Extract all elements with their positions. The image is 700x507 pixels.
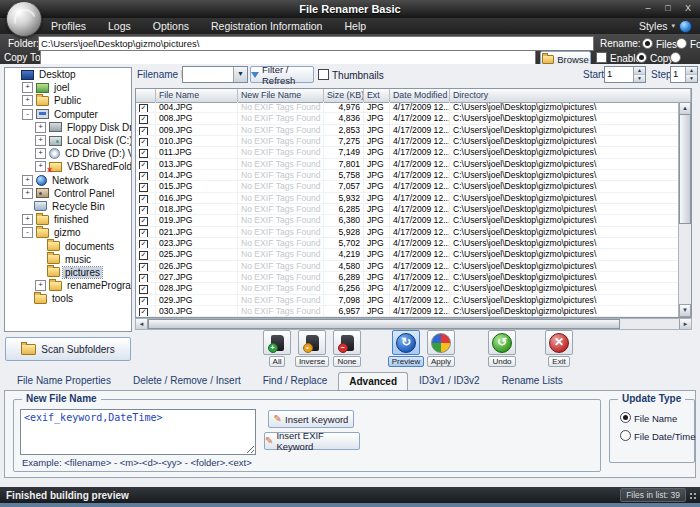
collapse-icon[interactable]: - xyxy=(22,109,33,120)
checked-checkbox-icon[interactable]: ✓ xyxy=(139,297,148,305)
checked-checkbox-icon[interactable]: ✓ xyxy=(139,229,148,237)
checked-checkbox-icon[interactable]: ✓ xyxy=(139,172,148,180)
column-header-ext[interactable]: Ext xyxy=(364,89,390,102)
checked-checkbox-icon[interactable]: ✓ xyxy=(139,183,148,191)
checked-checkbox-icon[interactable]: ✓ xyxy=(139,240,148,248)
tree-item-gizmo[interactable]: -gizmo xyxy=(5,226,131,239)
checked-checkbox-icon[interactable]: ✓ xyxy=(139,308,148,316)
insert-keyword-button[interactable]: ✎Insert Keyword xyxy=(268,410,354,428)
styles-menu[interactable]: Styles ▾ xyxy=(639,20,700,33)
table-row[interactable]: ✓019.JPGNo EXIF Tags Found6,380JPG4/17/2… xyxy=(136,215,679,226)
tab-advanced[interactable]: Advanced xyxy=(338,372,408,391)
checked-checkbox-icon[interactable]: ✓ xyxy=(139,149,148,157)
checked-checkbox-icon[interactable]: ✓ xyxy=(139,217,148,225)
update-type-file-date-radio[interactable]: File Date/Time xyxy=(620,430,695,442)
insert-exif-keyword-button[interactable]: ✎Insert EXIF Keyword xyxy=(264,432,360,450)
scrollbar-thumb[interactable] xyxy=(679,114,691,224)
row-checkbox[interactable]: ✓ xyxy=(136,102,156,112)
spin-up-icon[interactable]: ▲ xyxy=(686,67,697,75)
menu-item-registration-information[interactable]: Registration Information xyxy=(200,20,333,32)
table-row[interactable]: ✓008.JPGNo EXIF Tags Found4,836JPG4/17/2… xyxy=(136,113,679,124)
expand-icon[interactable]: + xyxy=(35,280,46,291)
column-header-check[interactable] xyxy=(136,89,156,102)
tab-rename-lists[interactable]: Rename Lists xyxy=(491,371,574,390)
collapse-icon[interactable]: - xyxy=(22,227,33,238)
step-stepper[interactable]: 1 ▲▼ xyxy=(670,66,698,83)
thumbnails-checkbox[interactable]: Thumbnails xyxy=(318,69,384,81)
checked-checkbox-icon[interactable]: ✓ xyxy=(139,104,148,112)
table-row[interactable]: ✓026.JPGNo EXIF Tags Found4,580JPG4/17/2… xyxy=(136,261,679,272)
tree-item-joel[interactable]: +joel xyxy=(5,81,131,94)
minimize-icon[interactable]: – xyxy=(642,3,654,14)
table-row[interactable]: ✓018.JPGNo EXIF Tags Found6,285JPG4/17/2… xyxy=(136,204,679,215)
tree-item-music[interactable]: music xyxy=(5,253,131,266)
tree-item-public[interactable]: +Public xyxy=(5,94,131,107)
tree-item-documents[interactable]: documents xyxy=(5,239,131,252)
spin-up-icon[interactable]: ▲ xyxy=(634,67,645,75)
tree-item-pictures[interactable]: pictures xyxy=(5,266,131,279)
expand-icon[interactable]: + xyxy=(35,122,46,133)
horizontal-scrollbar[interactable]: ◄ ► xyxy=(135,318,692,330)
table-row[interactable]: ✓010.JPGNo EXIF Tags Found7,275JPG4/17/2… xyxy=(136,136,679,147)
apply-button[interactable]: Apply xyxy=(426,330,456,367)
tree-item-network[interactable]: +Network xyxy=(5,174,131,187)
inverse-button[interactable]: •Inverse xyxy=(297,330,327,367)
column-header-size-kb[interactable]: Size (KB) xyxy=(324,89,364,102)
row-checkbox[interactable]: ✓ xyxy=(136,170,156,180)
expand-icon[interactable]: + xyxy=(35,135,46,146)
all-button[interactable]: +All xyxy=(262,330,292,367)
tab-delete-remove-insert[interactable]: Delete / Remove / Insert xyxy=(122,371,252,390)
menu-item-options[interactable]: Options xyxy=(142,20,200,32)
tab-file-name-properties[interactable]: File Name Properties xyxy=(6,371,122,390)
column-header-date-modified[interactable]: Date Modified xyxy=(390,89,450,102)
row-checkbox[interactable]: ✓ xyxy=(136,261,156,271)
table-row[interactable]: ✓016.JPGNo EXIF Tags Found5,932JPG4/17/2… xyxy=(136,193,679,204)
folder-path-input[interactable] xyxy=(38,36,594,51)
table-row[interactable]: ✓004.JPGNo EXIF Tags Found4,976JPG4/17/2… xyxy=(136,102,679,113)
scroll-right-icon[interactable]: ► xyxy=(679,319,691,329)
tree-item-floppy-disk-drive-a[interactable]: +Floppy Disk Drive (A:) xyxy=(5,121,131,134)
table-row[interactable]: ✓013.JPGNo EXIF Tags Found7,801JPG4/17/2… xyxy=(136,159,679,170)
exit-button[interactable]: ✕Exit xyxy=(544,330,574,367)
row-checkbox[interactable]: ✓ xyxy=(136,159,156,169)
row-checkbox[interactable]: ✓ xyxy=(136,215,156,225)
row-checkbox[interactable]: ✓ xyxy=(136,283,156,293)
checked-checkbox-icon[interactable]: ✓ xyxy=(139,195,148,203)
column-header-directory[interactable]: Directory xyxy=(450,89,691,102)
row-checkbox[interactable]: ✓ xyxy=(136,193,156,203)
tree-item-renameprograms[interactable]: +renamePrograms xyxy=(5,279,131,292)
tree-item-recycle-bin[interactable]: Recycle Bin xyxy=(5,200,131,213)
rename-folders-radio[interactable]: Folders xyxy=(676,38,700,50)
filename-filter-combo[interactable]: ▼ xyxy=(182,66,248,83)
row-checkbox[interactable]: ✓ xyxy=(136,113,156,123)
table-row[interactable]: ✓029.JPGNo EXIF Tags Found7,098JPG4/17/2… xyxy=(136,295,679,306)
table-row[interactable]: ✓014.JPGNo EXIF Tags Found5,758JPG4/17/2… xyxy=(136,170,679,181)
vertical-scrollbar[interactable]: ▲ ▼ xyxy=(678,102,691,317)
checked-checkbox-icon[interactable]: ✓ xyxy=(139,285,148,293)
row-checkbox[interactable]: ✓ xyxy=(136,181,156,191)
checked-checkbox-icon[interactable]: ✓ xyxy=(139,138,148,146)
checked-checkbox-icon[interactable]: ✓ xyxy=(139,127,148,135)
table-row[interactable]: ✓023.JPGNo EXIF Tags Found5,702JPG4/17/2… xyxy=(136,238,679,249)
scan-subfolders-button[interactable]: Scan Subfolders xyxy=(5,337,131,361)
row-checkbox[interactable]: ✓ xyxy=(136,306,156,316)
expand-icon[interactable]: + xyxy=(22,188,33,199)
filter-refresh-button[interactable]: Filter / Refresh xyxy=(250,66,314,83)
checked-checkbox-icon[interactable]: ✓ xyxy=(139,161,148,169)
tree-item-finished[interactable]: +finished xyxy=(5,213,131,226)
row-checkbox[interactable]: ✓ xyxy=(136,238,156,248)
menu-item-logs[interactable]: Logs xyxy=(97,20,142,32)
checked-checkbox-icon[interactable]: ✓ xyxy=(139,263,148,271)
enable-checkbox[interactable]: Enable xyxy=(596,52,641,64)
checked-checkbox-icon[interactable]: ✓ xyxy=(139,206,148,214)
expand-icon[interactable]: + xyxy=(22,95,33,106)
expand-icon[interactable]: + xyxy=(35,148,46,159)
table-row[interactable]: ✓021.JPGNo EXIF Tags Found5,928JPG4/17/2… xyxy=(136,227,679,238)
tree-item-desktop[interactable]: Desktop xyxy=(5,68,131,81)
table-row[interactable]: ✓009.JPGNo EXIF Tags Found2,853JPG4/17/2… xyxy=(136,125,679,136)
table-row[interactable]: ✓028.JPGNo EXIF Tags Found6,256JPG4/17/2… xyxy=(136,283,679,294)
rename-files-radio[interactable]: Files xyxy=(642,38,677,50)
tree-item-control-panel[interactable]: +Control Panel xyxy=(5,187,131,200)
new-file-name-pattern-input[interactable] xyxy=(20,409,256,455)
row-checkbox[interactable]: ✓ xyxy=(136,204,156,214)
